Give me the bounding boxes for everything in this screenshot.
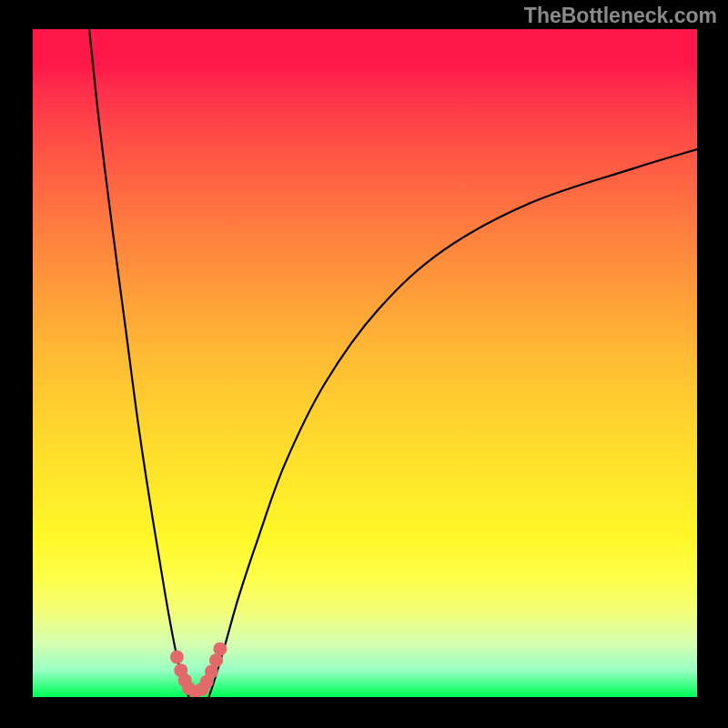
data-marker <box>170 650 184 663</box>
right-branch-curve <box>208 149 697 697</box>
watermark-label: TheBottleneck.com <box>524 4 717 28</box>
curve-layer <box>33 29 697 697</box>
plot-area <box>33 29 697 697</box>
left-branch-curve <box>89 29 189 697</box>
chart-stage: TheBottleneck.com <box>0 0 728 728</box>
data-marker <box>213 642 227 656</box>
